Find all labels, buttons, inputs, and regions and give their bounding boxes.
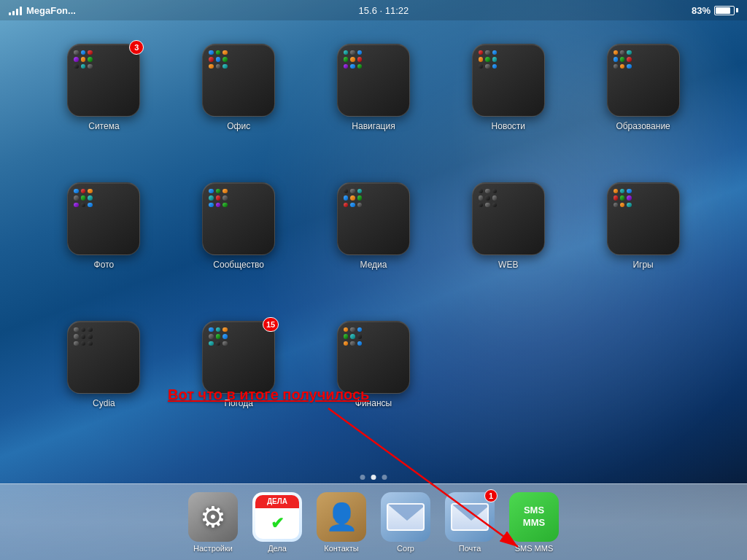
- mini-app-5: [627, 195, 631, 200]
- mini-app-3: [479, 57, 483, 61]
- folder-box-10: [67, 321, 140, 394]
- folder-фото[interactable]: Фото: [44, 182, 164, 299]
- page-dot-2[interactable]: [371, 475, 376, 480]
- mini-app-1: [81, 189, 85, 193]
- folder-badge-0: 3: [129, 40, 144, 55]
- status-bar: MegaFon... 15.6 · 11:22 83%: [0, 0, 747, 20]
- folder-игры[interactable]: Игры: [583, 182, 703, 299]
- mini-app-1: [620, 50, 624, 55]
- mini-app-2: [222, 189, 227, 193]
- mini-app-6: [344, 203, 348, 207]
- battery-tip: [736, 8, 738, 12]
- mini-app-0: [74, 50, 78, 55]
- mini-app-3: [209, 195, 213, 200]
- mini-app-0: [344, 327, 348, 332]
- folder-финансы[interactable]: Финансы: [314, 321, 434, 438]
- mini-app-8: [88, 341, 92, 346]
- folder-badge-11: 15: [263, 317, 279, 332]
- dock-icon-mail-corp: [381, 492, 430, 542]
- screen: MegaFon... 15.6 · 11:22 83% 3СитемаОфисН…: [0, 0, 747, 560]
- mini-app-7: [485, 64, 489, 69]
- mini-app-3: [74, 334, 78, 338]
- mini-app-3: [74, 195, 78, 200]
- folder-навигация[interactable]: Навигация: [314, 44, 434, 160]
- dock-icon-mail: 1: [445, 492, 495, 542]
- mini-app-5: [357, 57, 362, 61]
- dock-icon-contacts: 👤: [317, 492, 366, 542]
- folder-медиа[interactable]: Медиа: [314, 182, 434, 299]
- folder-образование[interactable]: Образование: [583, 44, 703, 160]
- mini-app-2: [492, 189, 497, 193]
- mini-app-3: [344, 57, 348, 61]
- folder-grid-1: [209, 50, 227, 69]
- mini-app-2: [357, 327, 362, 332]
- status-time: 15.6 · 11:22: [359, 5, 409, 16]
- mini-app-6: [74, 64, 78, 69]
- dock-item-настройки[interactable]: ⚙Настройки: [188, 492, 238, 553]
- dock-item-почта[interactable]: 1Почта: [445, 492, 495, 553]
- status-left: MegaFon...: [9, 5, 76, 16]
- folder-box-0: 3: [67, 44, 140, 117]
- mini-app-1: [216, 327, 220, 332]
- mini-app-2: [222, 327, 227, 332]
- folder-grid-6: [209, 189, 227, 207]
- person-icon: 👤: [325, 502, 358, 532]
- mini-app-5: [492, 195, 497, 200]
- folder-grid-2: [344, 50, 362, 69]
- folder-label-5: Фото: [94, 260, 115, 270]
- mini-app-1: [620, 189, 624, 193]
- dock-item-контакты[interactable]: 👤Контакты: [317, 492, 366, 553]
- mini-app-7: [81, 203, 85, 207]
- battery-indicator: [714, 6, 738, 15]
- folder-cydia[interactable]: Cydia: [44, 321, 164, 438]
- folder-box-6: [202, 182, 275, 255]
- page-dot-3[interactable]: [382, 475, 387, 480]
- mini-app-7: [81, 341, 85, 346]
- folder-офис[interactable]: Офис: [179, 44, 299, 160]
- dock-label-mail-corp: Corp: [397, 544, 414, 553]
- folder-label-3: Новости: [492, 121, 525, 131]
- folder-погода[interactable]: 15Погода: [179, 321, 299, 438]
- svg-marker-3: [452, 505, 489, 521]
- mini-app-2: [88, 327, 92, 332]
- folder-web[interactable]: WEB: [448, 182, 568, 299]
- mini-app-3: [479, 195, 483, 200]
- folder-box-9: [607, 182, 680, 255]
- folder-box-5: [67, 182, 140, 255]
- dock-item-sms-mms[interactable]: SMSMMSSMS MMS: [509, 492, 559, 553]
- page-dot-1[interactable]: [360, 475, 365, 480]
- mini-app-7: [216, 64, 220, 69]
- folder-box-12: [337, 321, 410, 394]
- mini-app-8: [357, 64, 362, 69]
- folder-новости[interactable]: Новости: [448, 44, 568, 160]
- folder-label-0: Ситема: [88, 121, 119, 131]
- mini-app-1: [485, 50, 489, 55]
- mini-app-6: [614, 203, 618, 207]
- dock-item-дела[interactable]: ДЕЛА✔Дела: [252, 492, 302, 553]
- folder-box-2: [337, 44, 410, 117]
- folder-ситема[interactable]: 3Ситема: [44, 44, 164, 160]
- mini-app-8: [222, 341, 227, 346]
- battery-body: [714, 6, 735, 15]
- folder-grid-0: [74, 50, 92, 69]
- mini-app-6: [479, 203, 483, 207]
- status-right: 83%: [692, 5, 738, 16]
- mini-app-8: [357, 203, 362, 207]
- folder-label-2: Навигация: [352, 121, 395, 131]
- sms-label: SMSMMS: [523, 505, 545, 529]
- envelope-svg: [388, 505, 425, 531]
- mini-app-0: [209, 50, 213, 55]
- dock-item-corp[interactable]: Corp: [381, 492, 430, 553]
- dock-label-mail: Почта: [459, 544, 481, 553]
- mini-app-6: [344, 341, 348, 346]
- mini-app-1: [216, 189, 220, 193]
- mini-app-4: [620, 195, 624, 200]
- mini-app-7: [485, 203, 489, 207]
- app-grid: 3СитемаОфисНавигацияНовостиОбразованиеФо…: [0, 29, 747, 452]
- folder-grid-11: [209, 327, 227, 346]
- folder-сообщество[interactable]: Сообщество: [179, 182, 299, 299]
- mini-app-1: [81, 50, 85, 55]
- folder-grid-8: [479, 189, 497, 207]
- mini-app-8: [88, 64, 92, 69]
- dock-label-tasks: Дела: [268, 544, 287, 553]
